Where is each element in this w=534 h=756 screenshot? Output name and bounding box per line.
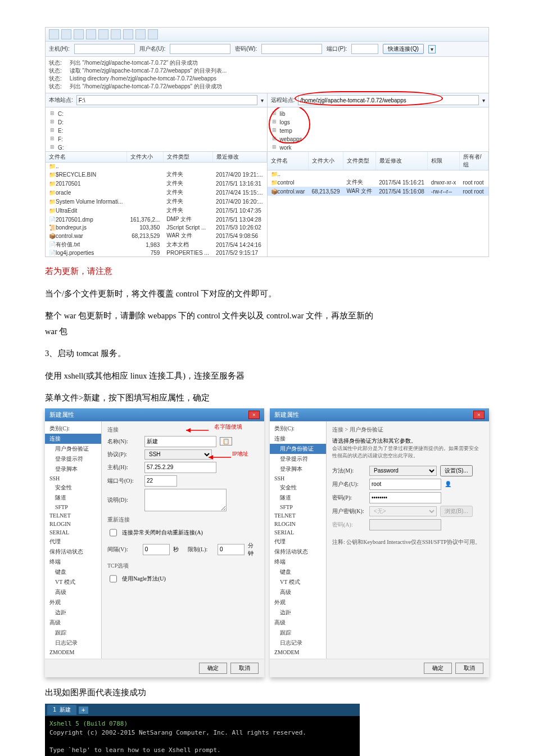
col-name[interactable]: 文件名 (268, 152, 309, 170)
nav-item[interactable]: ZMODEM (270, 648, 326, 656)
col-name[interactable]: 文件名 (46, 152, 126, 163)
host-input[interactable] (144, 462, 216, 473)
table-row[interactable]: 📄有价值.txt1,983文本文档2017/5/4 14:24:16 (46, 240, 266, 249)
toolbar-icon[interactable] (98, 29, 108, 39)
interval-input[interactable] (143, 544, 170, 555)
nav-item[interactable]: RLOGIN (45, 520, 101, 528)
table-row[interactable]: 📁.. (268, 170, 488, 178)
nav-item[interactable]: VT 模式 (45, 577, 101, 587)
method-select[interactable]: Password (369, 466, 437, 476)
table-row[interactable]: 📁20170501文件夹2017/5/1 13:16:31 (46, 179, 266, 188)
nagle-checkbox[interactable] (110, 574, 117, 584)
new-tab-button[interactable]: + (79, 706, 88, 714)
setup-button[interactable]: 设置(S)... (440, 465, 473, 476)
nav-item[interactable]: TELNET (45, 511, 101, 520)
nav-item[interactable]: 高级 (45, 618, 101, 628)
col-size[interactable]: 文件大小 (308, 152, 343, 170)
nav-item[interactable]: 隧道 (45, 493, 101, 503)
nav-item[interactable]: 安全性 (45, 483, 101, 493)
nav-item[interactable]: SFTP (45, 503, 101, 511)
toolbar-icon[interactable] (135, 29, 146, 39)
table-row[interactable]: 📄20170501.dmp161,376,2...DMP 文件2017/5/1 … (46, 215, 266, 224)
user-input[interactable] (369, 479, 441, 490)
toolbar-icon[interactable] (61, 29, 71, 39)
nav-item[interactable]: 键盘 (45, 567, 101, 577)
nav-item[interactable]: 终端 (45, 557, 101, 567)
nav-item[interactable]: 代理 (45, 537, 101, 547)
pass-input[interactable] (369, 492, 441, 503)
nav-item[interactable]: 高级 (45, 587, 101, 597)
protocol-select[interactable]: SSH (144, 449, 212, 460)
nav-item[interactable]: ZMODEM (45, 648, 101, 656)
local-path-input[interactable] (76, 95, 257, 105)
table-row[interactable]: 📁UltraEdit文件夹2017/5/1 10:47:35 (46, 206, 266, 215)
nav-item[interactable]: 登录脚本 (270, 464, 326, 474)
nav-item[interactable]: 外观 (270, 597, 326, 608)
table-row[interactable]: 📦control.war68,213,529WAR 文件2017/5/4 15:… (268, 187, 488, 196)
nav-item[interactable]: 代理 (270, 537, 326, 547)
table-row[interactable]: 📄log4j.properties759PROPERTIES ...2017/5… (46, 249, 266, 256)
remote-tree[interactable]: lib logs temp webapps work (268, 107, 489, 152)
table-row[interactable]: 📁control文件夹2017/5/4 15:16:21drwxr-xr-xro… (268, 178, 488, 187)
port-input[interactable] (351, 44, 378, 54)
table-row[interactable]: 📁oracle文件夹2017/4/24 15:15:... (46, 188, 266, 197)
nav-item[interactable]: 跟踪 (270, 628, 326, 638)
col-size[interactable]: 文件大小 (126, 152, 163, 163)
ok-button[interactable]: 确定 (199, 663, 227, 674)
nav-item[interactable]: 日志记录 (45, 638, 101, 648)
terminal-tab[interactable]: 1 新建 (47, 705, 76, 715)
table-row[interactable]: 📦control.war68,213,529WAR 文件2017/5/4 9:0… (46, 231, 266, 240)
col-perm[interactable]: 权限 (428, 152, 459, 170)
col-mtime[interactable]: 最近修改 (375, 152, 428, 170)
user-input[interactable] (170, 44, 230, 54)
table-row[interactable]: 📁System Volume Informati...文件夹2017/4/20 … (46, 197, 266, 206)
nav-item[interactable]: 高级 (270, 618, 326, 628)
toolbar-icon[interactable] (74, 29, 84, 39)
limit-input[interactable] (218, 544, 245, 555)
nav-item[interactable]: 用户身份验证 (270, 444, 326, 454)
toolbar-icon[interactable] (123, 29, 133, 39)
nav-item[interactable]: 登录脚本 (45, 464, 101, 474)
desc-input[interactable] (144, 489, 227, 511)
port-input[interactable] (144, 475, 177, 487)
nav-item[interactable]: 登录提示符 (270, 454, 326, 464)
col-mtime[interactable]: 最近修改 (212, 152, 266, 163)
nav-item[interactable]: 连接 (270, 434, 326, 444)
nav-item[interactable]: 边距 (270, 608, 326, 618)
table-row[interactable]: 📁$RECYCLE.BIN文件夹2017/4/20 19:21:... (46, 170, 266, 179)
col-type[interactable]: 文件类型 (343, 152, 375, 170)
reconnect-checkbox[interactable] (110, 528, 117, 538)
nav-item[interactable]: SERIAL (45, 528, 101, 537)
nav-item[interactable]: 隧道 (270, 493, 326, 503)
table-row[interactable]: 📜bondrepur.js103,350JScript Script ...20… (46, 224, 266, 231)
nav-item[interactable]: 键盘 (270, 567, 326, 577)
close-icon[interactable]: × (473, 411, 485, 419)
col-owner[interactable]: 所有者/组 (459, 152, 488, 170)
nav-item[interactable]: RLOGIN (270, 520, 326, 528)
nav-item[interactable]: SSH (270, 474, 326, 483)
dropdown-icon[interactable]: ▾ (428, 45, 436, 53)
toolbar-icon[interactable] (111, 29, 121, 39)
nav-item[interactable]: SFTP (270, 503, 326, 511)
nav-item[interactable]: 边距 (45, 608, 101, 618)
pass-input[interactable] (261, 44, 322, 54)
host-input[interactable] (74, 44, 135, 54)
nav-item[interactable]: 保持活动状态 (270, 547, 326, 557)
name-input[interactable] (144, 436, 216, 447)
nav-item[interactable]: 保持活动状态 (45, 547, 101, 557)
dropdown-icon[interactable]: ▾ (482, 97, 485, 104)
quick-connect-button[interactable]: 快速连接(Q) (383, 44, 423, 54)
browse-icon[interactable]: 📋 (220, 437, 232, 446)
nav-item[interactable]: SERIAL (270, 528, 326, 537)
remote-path-input[interactable] (298, 95, 479, 105)
toolbar-icon[interactable] (148, 29, 158, 39)
col-type[interactable]: 文件类型 (163, 152, 212, 163)
close-icon[interactable]: × (248, 411, 260, 419)
nav-item[interactable]: 跟踪 (45, 628, 101, 638)
nav-item[interactable]: 安全性 (270, 483, 326, 493)
nav-item[interactable]: SSH (45, 474, 101, 483)
toolbar-icon[interactable] (49, 29, 59, 39)
cancel-button[interactable]: 取消 (455, 663, 483, 674)
nav-item[interactable]: 高级 (270, 587, 326, 597)
ok-button[interactable]: 确定 (424, 663, 452, 674)
